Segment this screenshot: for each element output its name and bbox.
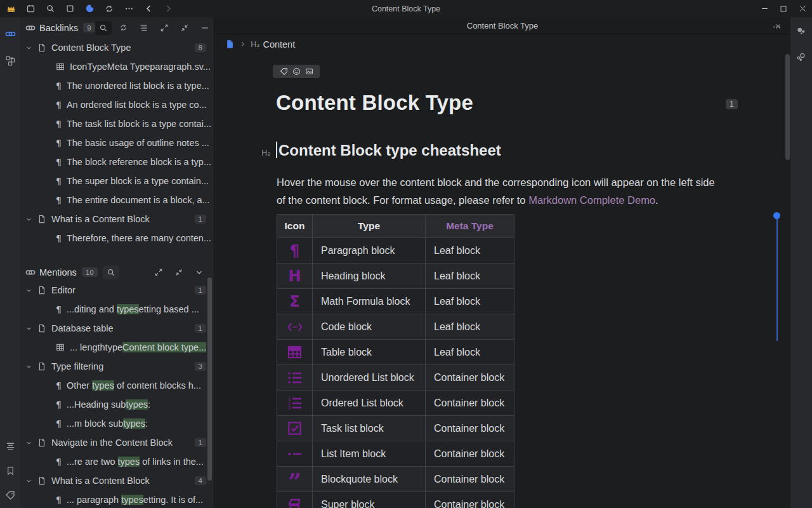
table-row: ” Blockquote block Container block xyxy=(277,467,514,492)
more-menu-icon[interactable] xyxy=(123,3,134,15)
table-row: Table block Leaf block xyxy=(277,340,514,365)
mention-item-row[interactable]: ¶ ...diting and typesetting based ... xyxy=(20,300,214,319)
paragraph-icon: ¶ xyxy=(56,495,62,505)
math-formula-icon: Σ xyxy=(289,293,299,311)
paragraph-icon: ¶ xyxy=(56,304,62,314)
breadcrumb-label: Content xyxy=(263,39,295,50)
paragraph-icon: ¶ xyxy=(56,138,62,148)
mention-highlight: types xyxy=(121,495,143,505)
table-row: ¶ Paragraph block Leaf block xyxy=(277,238,514,264)
mention-item-row[interactable]: ... lengthtypeContent block type... xyxy=(20,338,214,357)
backlink-doc-row[interactable]: Content Block Type 8 xyxy=(20,38,214,57)
tag-dock-icon[interactable] xyxy=(0,485,20,505)
mentions-scrollbar[interactable] xyxy=(207,277,212,481)
global-search-icon[interactable] xyxy=(44,3,56,15)
backlink-item-row[interactable]: ¶ The super block is a type contain... xyxy=(20,171,214,190)
nav-back-icon[interactable] xyxy=(143,3,154,15)
workspace-crown-icon[interactable] xyxy=(5,3,16,15)
document-icon xyxy=(37,286,46,295)
paragraph-icon: ¶ xyxy=(56,176,62,186)
mention-item-row[interactable]: ¶ ...re are two types of links in the... xyxy=(20,452,214,471)
table-header-row: Icon Type Meta Type xyxy=(277,215,514,238)
minimize-button[interactable] xyxy=(755,0,774,17)
paragraph-icon: ¶ xyxy=(56,380,62,391)
paragraph-icon: ¶ xyxy=(56,233,62,243)
super-block-icon xyxy=(287,498,303,508)
markdown-demo-link[interactable]: Markdown Complete Demo xyxy=(528,194,655,206)
left-dock xyxy=(0,17,20,508)
task-list-icon xyxy=(287,421,302,436)
image-icon[interactable] xyxy=(305,67,313,76)
mention-doc-row[interactable]: Navigate in the Content Block 1 xyxy=(20,433,214,452)
backlink-item-row[interactable]: ¶ The basic usage of outline notes ... xyxy=(20,133,214,152)
breadcrumb[interactable]: H₂ Content xyxy=(214,34,790,54)
backlink-item-row[interactable]: IconTypeMeta Typeparagraph.sv... xyxy=(20,57,214,76)
editor-content[interactable]: Content Block Type 1 H₂ Content Block ty… xyxy=(214,54,782,508)
mention-highlight: types xyxy=(118,457,140,467)
mention-item-row[interactable]: ¶ ... paragraph typesetting. It is of... xyxy=(20,490,214,508)
paragraph-icon: ¶ xyxy=(56,100,62,110)
document-icon xyxy=(37,362,46,371)
backlinks-title: Backlinks xyxy=(39,23,78,33)
tab-bar[interactable]: Content Block Type xyxy=(214,17,790,34)
backlink-item-row[interactable]: ¶ The unordered list block is a type... xyxy=(20,76,214,95)
doc-h2-heading[interactable]: Content Block type cheatsheet xyxy=(278,142,501,159)
document-icon xyxy=(37,438,46,447)
doc-title-badge: 1 xyxy=(726,99,738,109)
backlink-item-row[interactable]: ¶ The entire document is a block, a... xyxy=(20,190,214,210)
mention-highlight: types xyxy=(117,304,139,314)
mention-doc-row[interactable]: Type filtering 3 xyxy=(20,357,214,376)
backlink-item-row[interactable]: ¶ An ordered list block is a type co... xyxy=(20,95,214,114)
doc-paragraph[interactable]: Hover the mouse over the content block a… xyxy=(277,174,726,209)
backlinks-expand-list-button[interactable] xyxy=(136,21,152,35)
text-caret xyxy=(276,142,277,158)
paragraph-icon: ¶ xyxy=(56,399,62,410)
mention-doc-row[interactable]: Database table 1 xyxy=(20,319,214,338)
mention-item-row[interactable]: ¶ Other types of content blocks h... xyxy=(20,376,214,395)
close-button[interactable] xyxy=(793,0,812,17)
mention-doc-row[interactable]: Editor 1 xyxy=(20,281,214,300)
edit-mode-icon[interactable] xyxy=(64,3,75,15)
outline-dock-icon[interactable] xyxy=(0,436,20,456)
mention-highlight: types xyxy=(92,380,114,391)
maximize-button[interactable] xyxy=(774,0,793,17)
mention-item-row[interactable]: ¶ ...m block subtypes: xyxy=(20,414,214,433)
content-block-table[interactable]: Icon Type Meta Type ¶ Paragraph block Le… xyxy=(277,214,514,508)
mentions-expand-button[interactable] xyxy=(150,265,167,279)
graph-dock-icon[interactable] xyxy=(0,50,20,70)
table-icon xyxy=(287,345,302,359)
backlinks-collapse-button[interactable] xyxy=(176,21,193,35)
sync-icon[interactable] xyxy=(103,3,115,15)
backlink-item-row[interactable]: ¶ The block reference block is a typ... xyxy=(20,152,214,171)
breadcrumb-more-icon[interactable] xyxy=(772,22,782,32)
bookmark-dock-icon[interactable] xyxy=(0,460,20,481)
tag-icon[interactable] xyxy=(280,67,288,76)
daily-note-icon[interactable] xyxy=(25,3,36,15)
heading-level-tag: H₂ xyxy=(251,39,259,49)
backlink-item-row[interactable]: ¶ The task list block is a type contai..… xyxy=(20,114,214,133)
backlinks-expand-button[interactable] xyxy=(156,21,173,35)
nav-forward-icon[interactable] xyxy=(162,3,174,15)
mentions-search-button[interactable] xyxy=(103,265,119,279)
mention-doc-row[interactable]: What is a Content Block 4 xyxy=(20,471,214,490)
backlink-item-row[interactable]: ¶ Therefore, there are many conten... xyxy=(20,229,214,248)
relation-graph-dock-icon[interactable] xyxy=(790,46,812,68)
editor-scrollbar[interactable] xyxy=(785,54,790,160)
mentions-collapse-button[interactable] xyxy=(171,265,187,279)
mention-item-row[interactable]: ¶ ...Heading subtypes: xyxy=(20,395,214,414)
mentions-chevron-down-icon[interactable] xyxy=(191,265,207,279)
theme-moon-icon[interactable] xyxy=(84,3,95,15)
doc-title[interactable]: Content Block Type xyxy=(276,91,473,115)
ai-chat-dock-icon[interactable] xyxy=(790,21,812,43)
emoji-icon[interactable] xyxy=(292,67,301,76)
paragraph-icon: ¶ xyxy=(56,157,62,167)
backlink-doc-row[interactable]: What is a Content Block 1 xyxy=(20,210,214,229)
mention-highlight: Content block type... xyxy=(122,342,206,352)
table-row: List Item block Container block xyxy=(277,441,514,467)
backlinks-refresh-button[interactable] xyxy=(115,21,132,35)
backlinks-search-button[interactable] xyxy=(95,21,112,35)
table-row: Unordered List block Container block xyxy=(277,365,514,391)
svg-text:3: 3 xyxy=(288,405,291,410)
backlinks-dock-icon[interactable] xyxy=(0,23,20,44)
backlinks-min-button[interactable] xyxy=(197,21,213,35)
